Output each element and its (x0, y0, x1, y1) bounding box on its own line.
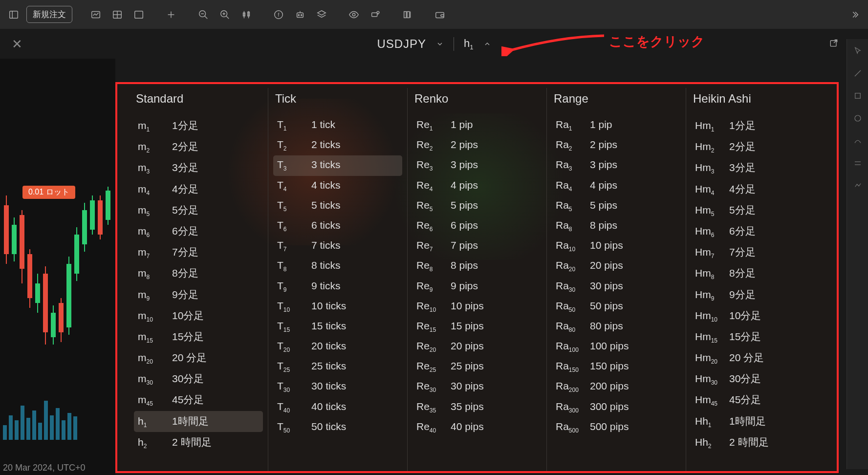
timeframe-option[interactable]: Ra100100 pips (552, 337, 681, 357)
timeframe-option[interactable]: Re66 pips (412, 216, 542, 236)
timeframe-option[interactable]: m1010分足 (134, 305, 263, 326)
timeframe-option[interactable]: T2020 ticks (273, 337, 402, 357)
chevron-up-icon[interactable] (483, 40, 491, 48)
tool-icon[interactable] (852, 135, 864, 147)
tool-icon[interactable] (852, 157, 864, 169)
timeframe-option[interactable]: T5050 ticks (273, 417, 402, 437)
timeframe-label[interactable]: h1 (464, 37, 473, 51)
settings-sliders-icon[interactable] (367, 6, 384, 23)
timeframe-option[interactable]: Hm44分足 (691, 179, 820, 200)
timeframe-option[interactable]: Hm77分足 (691, 242, 820, 263)
chevron-down-icon[interactable] (436, 40, 444, 48)
timeframe-option[interactable]: T55 ticks (273, 196, 402, 216)
timeframe-option[interactable]: T66 ticks (273, 216, 402, 236)
indicator-icon[interactable]: f (270, 6, 287, 23)
candlestick-icon[interactable] (238, 6, 255, 23)
timeframe-option[interactable]: Ra500500 pips (552, 417, 681, 437)
timeframe-option[interactable]: Re22 pips (412, 135, 542, 155)
timeframe-option[interactable]: Hm88分足 (691, 263, 820, 284)
timeframe-option[interactable]: Hh11時間足 (691, 411, 820, 432)
single-pane-icon[interactable] (130, 6, 148, 23)
wallet-icon[interactable] (431, 6, 449, 23)
columns-icon[interactable] (399, 6, 416, 23)
zoom-out-icon[interactable] (195, 6, 212, 23)
cursor-icon[interactable] (852, 45, 864, 57)
timeframe-option[interactable]: Hm4545分足 (691, 389, 820, 410)
timeframe-option[interactable]: T22 ticks (273, 135, 402, 155)
timeframe-option[interactable]: Ra2020 pips (552, 256, 681, 276)
timeframe-option[interactable]: Ra1010 pips (552, 236, 681, 256)
timeframe-option[interactable]: m33分足 (134, 157, 263, 178)
timeframe-option[interactable]: m55分足 (134, 200, 263, 221)
timeframe-option[interactable]: T33 ticks (273, 155, 402, 175)
timeframe-option[interactable]: m22分足 (134, 136, 263, 157)
timeframe-option[interactable]: Hm3030分足 (691, 368, 820, 389)
timeframe-option[interactable]: T44 ticks (273, 176, 402, 196)
timeframe-option[interactable]: m66分足 (134, 221, 263, 242)
new-order-button[interactable]: 新規注文 (26, 6, 72, 23)
layers-icon[interactable] (313, 6, 330, 23)
timeframe-option[interactable]: Ra22 pips (552, 135, 681, 155)
timeframe-option[interactable]: m2020 分足 (134, 347, 263, 368)
robot-icon[interactable] (291, 6, 309, 23)
timeframe-option[interactable]: m99分足 (134, 284, 263, 305)
chart-single-icon[interactable] (87, 6, 105, 23)
chart-area[interactable]: 0.01 ロット 20 (0, 59, 115, 475)
more-icon[interactable] (846, 6, 863, 23)
timeframe-option[interactable]: Ra200200 pips (552, 377, 681, 397)
timeframe-option[interactable]: m77分足 (134, 242, 263, 263)
layout-panel-icon[interactable] (5, 6, 22, 23)
close-chart-icon[interactable]: ✕ (12, 37, 22, 52)
timeframe-option[interactable]: Re11 pip (412, 115, 542, 135)
timeframe-option[interactable]: Re88 pips (412, 256, 542, 276)
timeframe-option[interactable]: m44分足 (134, 179, 263, 200)
timeframe-option[interactable]: Hh22 時間足 (691, 432, 820, 453)
timeframe-option[interactable]: Ra5050 pips (552, 297, 681, 317)
timeframe-option[interactable]: T2525 ticks (273, 357, 402, 377)
timeframe-option[interactable]: Re55 pips (412, 196, 542, 216)
eye-icon[interactable] (345, 6, 363, 23)
timeframe-option[interactable]: Re99 pips (412, 277, 542, 297)
timeframe-option[interactable]: Ra3030 pips (552, 277, 681, 297)
popout-icon[interactable] (829, 38, 839, 50)
timeframe-option[interactable]: Hm66分足 (691, 221, 820, 242)
timeframe-option[interactable]: h22 時間足 (134, 432, 263, 453)
timeframe-option[interactable]: Hm22分足 (691, 136, 820, 157)
timeframe-option[interactable]: Hm1515分足 (691, 326, 820, 347)
timeframe-option[interactable]: T11 tick (273, 115, 402, 135)
timeframe-option[interactable]: Ra300300 pips (552, 397, 681, 417)
timeframe-option[interactable]: T77 ticks (273, 236, 402, 256)
grid-layout-icon[interactable] (108, 6, 126, 23)
timeframe-option[interactable]: Re1515 pips (412, 317, 542, 337)
timeframe-option[interactable]: T99 ticks (273, 277, 402, 297)
timeframe-option[interactable]: m1515分足 (134, 326, 263, 347)
timeframe-option[interactable]: m3030分足 (134, 368, 263, 389)
tool-icon[interactable] (852, 180, 864, 192)
zoom-in-icon[interactable] (216, 6, 234, 23)
timeframe-option[interactable]: Ra44 pips (552, 176, 681, 196)
timeframe-option[interactable]: T3030 ticks (273, 377, 402, 397)
timeframe-option[interactable]: Ra55 pips (552, 196, 681, 216)
timeframe-option[interactable]: Re44 pips (412, 176, 542, 196)
timeframe-option[interactable]: Hm33分足 (691, 157, 820, 178)
timeframe-option[interactable]: Ra8080 pips (552, 317, 681, 337)
timeframe-option[interactable]: Ra33 pips (552, 155, 681, 175)
timeframe-option[interactable]: Re3535 pips (412, 397, 542, 417)
timeframe-option[interactable]: Ra150150 pips (552, 357, 681, 377)
plus-icon[interactable] (162, 6, 180, 23)
timeframe-option[interactable]: T88 ticks (273, 256, 402, 276)
timeframe-option[interactable]: Ra11 pip (552, 115, 681, 135)
timeframe-option[interactable]: Re4040 pips (412, 417, 542, 437)
symbol-name[interactable]: USDJPY (377, 37, 426, 51)
timeframe-option[interactable]: T1010 ticks (273, 297, 402, 317)
timeframe-option[interactable]: m11分足 (134, 115, 263, 136)
timeframe-option[interactable]: T4040 ticks (273, 397, 402, 417)
timeframe-option[interactable]: T1515 ticks (273, 317, 402, 337)
tool-icon[interactable] (852, 90, 864, 102)
timeframe-option[interactable]: Re33 pips (412, 155, 542, 175)
timeframe-option[interactable]: Hm55分足 (691, 200, 820, 221)
timeframe-option[interactable]: Re77 pips (412, 236, 542, 256)
timeframe-option[interactable]: Re2525 pips (412, 357, 542, 377)
tool-icon[interactable] (852, 67, 864, 79)
timeframe-option[interactable]: m4545分足 (134, 389, 263, 410)
